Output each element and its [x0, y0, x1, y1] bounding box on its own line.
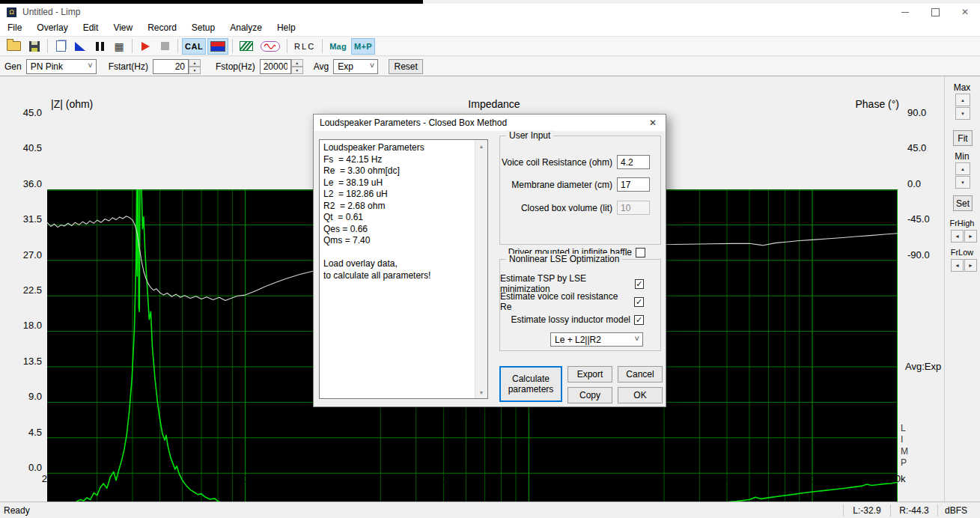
maximize-button[interactable]	[920, 4, 950, 20]
arrow-left-icon[interactable]: ◄	[951, 259, 964, 272]
results-scrollbar[interactable]: ▲ ▼	[475, 140, 487, 398]
calibrate-button[interactable]: CAL	[182, 38, 206, 55]
spinner-up-icon[interactable]: ▲	[955, 162, 970, 175]
export-button[interactable]: Export	[567, 366, 612, 383]
menu-item-setup[interactable]: Setup	[184, 20, 222, 36]
minimize-button[interactable]	[890, 4, 920, 20]
y-left-tick: 31.5	[10, 213, 42, 225]
menu-item-record[interactable]: Record	[140, 20, 184, 36]
user-input-group: User Input Voice coil Resistance (ohm)Me…	[499, 135, 661, 245]
spinner-down-icon[interactable]: ▼	[189, 67, 201, 74]
inductor-model-value: Le + L2||R2	[555, 335, 601, 345]
membrane-diameter-input[interactable]	[617, 177, 650, 192]
left-axis-title: |Z| (ohm)	[51, 98, 93, 110]
window-title: Untitled - Limp	[22, 7, 80, 17]
estimate-lossy-inductor-checkbox[interactable]: ✓	[634, 315, 644, 325]
x-tick: 1k	[512, 473, 545, 484]
arrow-left-icon[interactable]: ◄	[951, 230, 964, 243]
sine-wave-icon	[261, 41, 280, 52]
frhigh-arrows[interactable]: ◄►	[951, 230, 978, 243]
data-table-button[interactable]: ▦	[110, 38, 128, 55]
frlow-arrows[interactable]: ◄►	[951, 259, 978, 272]
start-record-button[interactable]	[136, 38, 154, 55]
magnitude-view-button[interactable]: Mag	[326, 38, 350, 55]
stop-record-button[interactable]	[156, 38, 174, 55]
spinner-down-icon[interactable]: ▼	[955, 176, 970, 189]
x-tick: 50	[144, 473, 177, 484]
spinner-up-icon[interactable]: ▲	[291, 59, 303, 67]
fstart-input[interactable]	[153, 59, 189, 74]
green-hatch-icon	[240, 41, 253, 51]
gen-label: Gen	[4, 61, 22, 72]
set-button[interactable]: Set	[953, 195, 973, 211]
menu-item-overlay[interactable]: Overlay	[29, 20, 75, 36]
arrow-right-icon[interactable]: ►	[964, 230, 977, 243]
spinner-down-icon[interactable]: ▼	[291, 67, 303, 74]
limp-letter: L	[901, 423, 911, 433]
open-file-button[interactable]	[4, 38, 24, 55]
fit-button[interactable]: Fit	[953, 130, 973, 146]
fstop-input[interactable]	[260, 59, 291, 74]
closed-box-volume-label: Closed box volume (lit)	[500, 203, 612, 213]
menu-item-edit[interactable]: Edit	[76, 20, 106, 36]
spinner-up-icon[interactable]: ▲	[189, 59, 201, 67]
y-right-tick: 90.0	[907, 107, 945, 118]
parameters-results-box[interactable]: Loudspeaker Parameters Fs = 42.15 Hz Re …	[319, 139, 488, 399]
membrane-diameter-row: Membrane diameter (cm)	[500, 177, 660, 192]
chevron-down-icon: ˅	[370, 61, 374, 70]
open-folder-icon	[7, 41, 21, 51]
pause-button[interactable]	[91, 38, 109, 55]
pause-icon	[96, 42, 104, 51]
level-right: R:-44.3	[890, 505, 937, 517]
copy-button[interactable]	[52, 38, 70, 55]
inductor-model-select[interactable]: Le + L2||R2 ˅	[550, 332, 643, 347]
estimate-tsp-checkbox[interactable]: ✓	[635, 279, 644, 289]
fstart-spinner[interactable]: ▲▼	[189, 59, 201, 74]
max-spinner[interactable]: ▲▼	[955, 94, 970, 121]
infinite-baffle-checkbox[interactable]	[636, 248, 645, 258]
close-button[interactable]: ✕	[950, 4, 980, 20]
spinner-down-icon[interactable]: ▼	[955, 107, 970, 120]
voice-coil-resistance-input[interactable]	[617, 155, 650, 169]
close-icon: ✕	[961, 7, 969, 17]
generator-bar: Gen PN Pink ˅ Fstart(Hz) ▲▼ Fstop(Hz) ▲▼…	[0, 57, 980, 76]
menu-item-help[interactable]: Help	[270, 20, 303, 36]
parameters-results-text: Loudspeaker Parameters Fs = 42.15 Hz Re …	[323, 142, 472, 396]
avg-select[interactable]: Exp ˅	[333, 59, 378, 74]
limp-letter: M	[901, 446, 911, 457]
menu-item-analyze[interactable]: Analyze	[222, 20, 270, 36]
panel-divider	[944, 76, 945, 502]
y-left-tick: 36.0	[10, 178, 42, 189]
estimate-re-checkbox[interactable]: ✓	[634, 297, 644, 307]
measurement-setup-button[interactable]	[237, 38, 256, 55]
menu-item-file[interactable]: File	[0, 20, 29, 36]
menu-item-view[interactable]: View	[106, 20, 140, 36]
x-tick: 20	[31, 473, 64, 484]
scroll-down-icon[interactable]: ▼	[475, 386, 487, 398]
arrow-right-icon[interactable]: ►	[964, 259, 977, 272]
chevron-down-icon: ˅	[88, 61, 92, 70]
limp-letter: I	[901, 434, 911, 445]
generator-level-button[interactable]	[207, 38, 228, 55]
y-left-tick: 45.0	[10, 107, 42, 118]
save-file-button[interactable]	[25, 38, 43, 55]
dialog-close-button[interactable]: ✕	[640, 115, 666, 131]
scroll-up-icon[interactable]: ▲	[475, 140, 487, 152]
closed-box-volume-input	[617, 201, 650, 215]
magnitude-phase-view-button[interactable]: M+P	[351, 38, 375, 55]
fstart-label: Fstart(Hz)	[109, 61, 148, 72]
ok-button[interactable]: OK	[618, 387, 663, 403]
min-spinner[interactable]: ▲▼	[955, 162, 970, 189]
generator-type-select[interactable]: PN Pink ˅	[26, 59, 97, 74]
fstop-spinner[interactable]: ▲▼	[291, 59, 303, 74]
background-color-button[interactable]	[71, 38, 89, 55]
dialog-title-bar[interactable]: Loudspeaker Parameters - Closed Box Meth…	[314, 115, 666, 131]
calculate-parameters-button[interactable]: Calculate parameters	[499, 366, 562, 402]
copy-button-dialog[interactable]: Copy	[567, 387, 612, 403]
spinner-up-icon[interactable]: ▲	[955, 94, 970, 106]
signal-generator-button[interactable]	[258, 38, 283, 55]
reset-button[interactable]: Reset	[389, 59, 423, 74]
cancel-button[interactable]: Cancel	[618, 366, 663, 383]
rlc-button[interactable]: RLC	[291, 38, 318, 55]
avg-mode-badge: Avg:Exp	[905, 361, 941, 372]
